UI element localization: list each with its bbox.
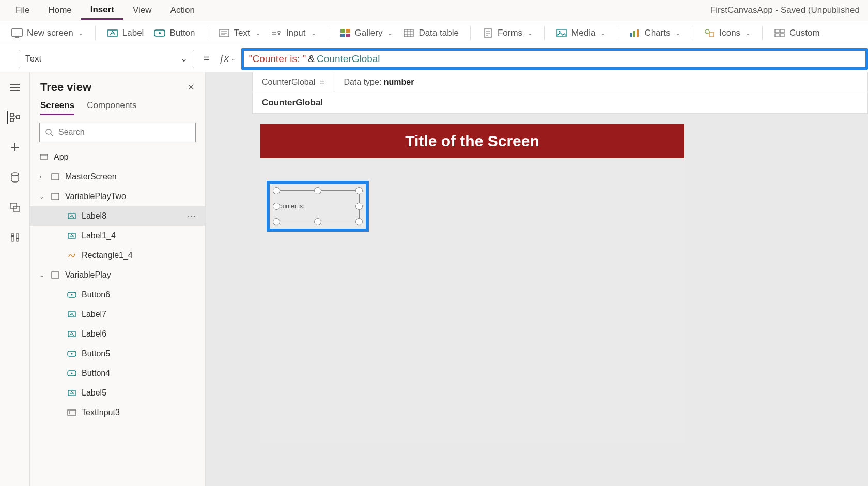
- expand-icon[interactable]: ⌄: [39, 193, 45, 200]
- label-icon: [67, 330, 76, 338]
- search-input[interactable]: [58, 128, 190, 137]
- data-icon[interactable]: [8, 171, 22, 184]
- label-button[interactable]: Label: [102, 26, 149, 40]
- new-screen-label: New screen: [27, 28, 73, 38]
- tree-item-variableplaytwo[interactable]: ⌄VariablePlayTwo: [30, 187, 205, 206]
- tree-item-app[interactable]: App: [30, 147, 205, 167]
- media-panel-icon[interactable]: [8, 201, 22, 214]
- resize-handle-bm[interactable]: [314, 218, 321, 225]
- new-screen-button[interactable]: New screen ⌄: [6, 26, 89, 40]
- tree-item-button4[interactable]: Button4: [30, 363, 205, 383]
- text-btn-label: Text: [234, 28, 250, 38]
- svg-rect-15: [340, 34, 345, 37]
- close-icon[interactable]: ✕: [187, 82, 195, 93]
- tree-item-label8[interactable]: Label8···: [30, 206, 205, 226]
- tree-title: Tree view: [40, 81, 91, 94]
- menu-view[interactable]: View: [123, 2, 161, 19]
- icons-btn-label: Icons: [719, 28, 740, 38]
- tree-item-label: Rectangle1_4: [82, 251, 133, 260]
- ribbon: New screen ⌄ Label Button Text ⌄ Input ⌄…: [0, 21, 868, 45]
- resize-handle-tl[interactable]: [273, 187, 280, 194]
- screen-icon: [51, 192, 60, 201]
- media-button[interactable]: Media ⌄: [551, 26, 611, 40]
- menu-action[interactable]: Action: [161, 2, 204, 19]
- resize-handle-tr[interactable]: [355, 187, 363, 194]
- svg-rect-62: [52, 272, 59, 278]
- data-table-button[interactable]: Data table: [398, 26, 464, 40]
- tab-components[interactable]: Components: [87, 100, 136, 115]
- expand-icon[interactable]: ›: [39, 173, 45, 180]
- tree-search[interactable]: [39, 123, 196, 142]
- resize-handle-mr[interactable]: [355, 203, 363, 210]
- button-icon: [67, 291, 76, 299]
- resize-handle-tm[interactable]: [314, 187, 321, 194]
- forms-icon: [482, 28, 493, 38]
- icons-button[interactable]: Icons ⌄: [699, 26, 756, 40]
- resize-handle-br[interactable]: [355, 218, 363, 225]
- fx-button[interactable]: ƒx⌄: [219, 53, 235, 64]
- tree-item-label6[interactable]: Label6: [30, 324, 205, 344]
- charts-button[interactable]: Charts ⌄: [624, 26, 686, 40]
- button-button[interactable]: Button: [149, 26, 200, 40]
- divider: [762, 26, 763, 40]
- svg-rect-56: [40, 154, 48, 159]
- tree-item-masterscreen[interactable]: ›MasterScreen: [30, 167, 205, 187]
- tree-view-icon[interactable]: [7, 111, 21, 124]
- tree-item-label1_4[interactable]: Label1_4: [30, 226, 205, 246]
- intellisense-info: CounterGlobal = Data type: number: [252, 72, 868, 92]
- tree-item-button5[interactable]: Button5: [30, 344, 205, 363]
- menu-home[interactable]: Home: [39, 2, 81, 19]
- text-button[interactable]: Text ⌄: [213, 26, 266, 40]
- custom-button[interactable]: Custom: [769, 26, 825, 40]
- svg-point-47: [11, 173, 19, 176]
- forms-button[interactable]: Forms ⌄: [477, 26, 538, 40]
- forms-btn-label: Forms: [498, 28, 522, 38]
- expand-icon[interactable]: ⌄: [39, 271, 45, 279]
- tree-item-label: App: [54, 153, 68, 162]
- hamburger-icon[interactable]: [8, 81, 22, 94]
- divider: [328, 26, 328, 40]
- menu-file[interactable]: File: [6, 2, 39, 19]
- intellisense-suggestion[interactable]: CounterGlobal: [252, 92, 868, 114]
- chevron-down-icon: ⌄: [255, 29, 260, 37]
- label-icon: [67, 310, 76, 318]
- tree-item-variableplay[interactable]: ⌄VariablePlay: [30, 265, 205, 285]
- canvas-screen[interactable]: Title of the Screen: [260, 124, 684, 442]
- property-selector[interactable]: Text ⌄: [19, 50, 194, 68]
- button-icon: [67, 369, 76, 377]
- svg-rect-0: [12, 29, 22, 36]
- formula-input[interactable]: "Counter is: " & CounterGlobal: [241, 48, 868, 70]
- data-type-value: number: [384, 78, 414, 87]
- text-icon: [219, 28, 230, 38]
- svg-rect-42: [17, 116, 20, 119]
- chevron-down-icon: ⌄: [388, 29, 393, 37]
- canvas-area[interactable]: CounterGlobal = Data type: number Counte…: [206, 72, 868, 486]
- tree-list[interactable]: App›MasterScreen⌄VariablePlayTwoLabel8··…: [30, 147, 205, 486]
- charts-icon: [629, 28, 640, 38]
- input-button[interactable]: Input ⌄: [266, 26, 321, 40]
- tree-item-label: TextInput3: [82, 408, 120, 417]
- tree-item-label7[interactable]: Label7: [30, 305, 205, 324]
- tree-item-label: Label1_4: [82, 231, 116, 240]
- tree-item-textinput3[interactable]: TextInput3: [30, 403, 205, 422]
- formula-string: "Counter is: ": [249, 53, 306, 65]
- resize-handle-ml[interactable]: [273, 203, 280, 210]
- tree-item-label: Label5: [82, 388, 106, 398]
- more-icon[interactable]: ···: [187, 211, 197, 221]
- resize-handle-bl[interactable]: [273, 218, 280, 225]
- selected-label-text: ounter is:: [279, 203, 304, 210]
- tree-item-button6[interactable]: Button6: [30, 285, 205, 305]
- svg-rect-30: [637, 29, 639, 37]
- svg-point-11: [278, 31, 280, 33]
- selected-control-highlight[interactable]: ounter is:: [267, 181, 369, 232]
- gallery-button[interactable]: Gallery ⌄: [334, 26, 398, 40]
- tree-item-label5[interactable]: Label5: [30, 383, 205, 403]
- tab-screens[interactable]: Screens: [40, 100, 74, 115]
- divider: [207, 26, 207, 40]
- tree-item-label: Button4: [82, 369, 110, 378]
- tools-icon[interactable]: [8, 231, 22, 244]
- tree-item-rectangle1_4[interactable]: Rectangle1_4: [30, 246, 205, 265]
- input-btn-label: Input: [286, 28, 306, 38]
- add-icon[interactable]: [8, 141, 22, 154]
- menu-insert[interactable]: Insert: [81, 2, 123, 20]
